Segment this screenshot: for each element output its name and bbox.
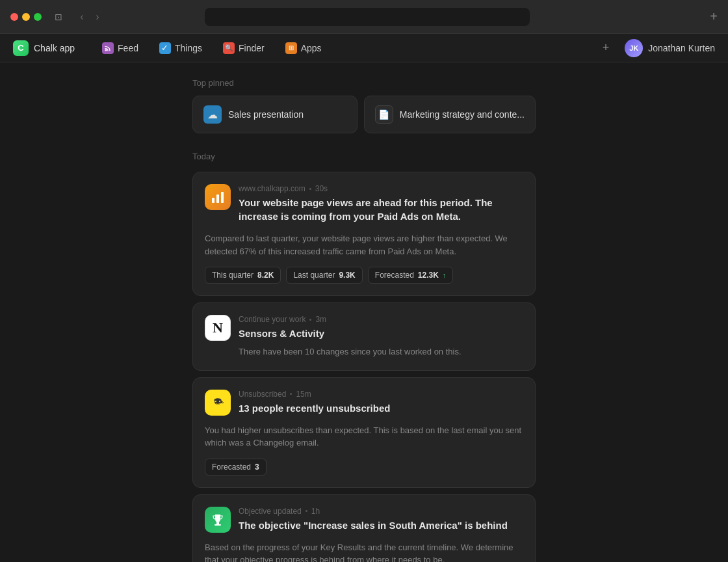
tabbar: C Chalk app Feed ✓ Things 🔍 Finder ⊞ App… (0, 34, 728, 62)
feed-cards: www.chalkapp.com 30s Your website page v… (192, 172, 536, 562)
tab-feed[interactable]: Feed (93, 38, 148, 58)
pinned-grid: ☁ Sales presentation 📄 Marketing strateg… (192, 96, 536, 133)
svg-point-5 (215, 400, 216, 401)
add-tab-button[interactable]: + (597, 38, 615, 57)
stat-value: 3 (255, 462, 259, 472)
sensors-title: Sensors & Activity (239, 327, 523, 340)
mailchimp-app-icon (205, 390, 231, 416)
unsubscribed-meta: Unsubscribed 15m 13 people recently unsu… (239, 390, 523, 419)
stat-this-quarter: This quarter 8.2K (205, 267, 281, 284)
pageviews-meta: www.chalkapp.com 30s Your website page v… (239, 184, 523, 227)
card-objective-header: Objective updated 1h The objective "Incr… (205, 507, 523, 536)
tab-finder-label: Finder (239, 43, 265, 53)
finder-icon: 🔍 (223, 42, 235, 54)
marketing-label: Marketing strategy and conte... (400, 109, 525, 120)
pinned-item-sales[interactable]: ☁ Sales presentation (192, 96, 358, 133)
card-unsubscribed[interactable]: Unsubscribed 15m 13 people recently unsu… (192, 377, 536, 488)
stat-value: 8.2K (257, 271, 274, 280)
sensors-body: There have been 10 changes since you las… (239, 345, 523, 358)
close-button[interactable] (10, 13, 18, 21)
notion-app-icon: N (205, 315, 231, 341)
sensors-meta: Continue your work 3m Sensors & Activity… (239, 315, 523, 358)
user-name-label: Jonathan Kurten (648, 43, 715, 53)
apps-icon: ⊞ (285, 42, 297, 54)
tab-finder[interactable]: 🔍 Finder (214, 38, 274, 58)
stat-label: Last quarter (293, 271, 335, 280)
app-name-label: Chalk app (34, 43, 75, 53)
sidebar-toggle-icon[interactable]: ⊡ (52, 10, 65, 23)
back-arrow[interactable]: ‹ (75, 11, 88, 23)
svg-rect-8 (216, 522, 219, 524)
tab-apps-label: Apps (301, 43, 322, 53)
main-content: Top pinned ☁ Sales presentation 📄 Market… (0, 62, 728, 562)
objective-body: Based on the progress of your Key Result… (205, 541, 523, 563)
user-profile[interactable]: JK Jonathan Kurten (625, 39, 715, 57)
nav-arrows: ‹ › (75, 11, 104, 23)
sales-label: Sales presentation (228, 109, 304, 120)
pageviews-title: Your website page views are ahead for th… (239, 196, 523, 223)
card-sensors-header: N Continue your work 3m Sensors & Activi… (205, 315, 523, 358)
user-avatar: JK (625, 39, 643, 57)
stat-forecasted-unsubscribed: Forecasted 3 (205, 459, 266, 475)
svg-point-7 (220, 401, 222, 403)
stat-label: Forecasted (375, 271, 414, 280)
objective-source: Objective updated 1h (239, 507, 523, 516)
svg-point-6 (219, 400, 220, 401)
today-section-label: Today (192, 152, 536, 161)
unsubscribed-body: You had higher unsubscribes than expecte… (205, 424, 523, 449)
pinned-section-label: Top pinned (192, 78, 536, 88)
unsubscribed-stats: Forecasted 3 (205, 459, 523, 475)
svg-rect-1 (212, 198, 214, 203)
card-sensors[interactable]: N Continue your work 3m Sensors & Activi… (192, 302, 536, 371)
feed-icon (102, 42, 114, 54)
pageviews-app-icon (205, 184, 231, 210)
maximize-button[interactable] (34, 13, 42, 21)
stat-last-quarter: Last quarter 9.3K (286, 267, 362, 284)
marketing-icon: 📄 (375, 105, 393, 124)
sensors-source: Continue your work 3m (239, 315, 523, 324)
tab-things[interactable]: ✓ Things (150, 38, 211, 58)
card-pageviews[interactable]: www.chalkapp.com 30s Your website page v… (192, 172, 536, 296)
stat-label: Forecasted (212, 462, 251, 472)
minimize-button[interactable] (22, 13, 30, 21)
svg-point-0 (105, 49, 107, 51)
stat-label: This quarter (212, 271, 254, 280)
titlebar: ⊡ ‹ › + (0, 0, 728, 34)
stat-forecasted: Forecasted 12.3K ↑ (368, 267, 454, 284)
card-objective[interactable]: Objective updated 1h The objective "Incr… (192, 494, 536, 563)
forward-arrow[interactable]: › (91, 11, 104, 23)
svg-rect-2 (216, 194, 219, 203)
objective-meta: Objective updated 1h The objective "Incr… (239, 507, 523, 536)
svg-rect-3 (221, 192, 224, 203)
card-unsubscribed-header: Unsubscribed 15m 13 people recently unsu… (205, 390, 523, 419)
tab-feed-label: Feed (118, 43, 138, 53)
objective-title: The objective "Increase sales in South A… (239, 518, 523, 532)
traffic-lights (10, 13, 42, 21)
sales-icon: ☁ (203, 105, 222, 124)
trophy-app-icon (205, 507, 231, 533)
pageviews-stats: This quarter 8.2K Last quarter 9.3K Fore… (205, 267, 523, 284)
url-bar[interactable] (205, 8, 530, 26)
unsubscribed-source: Unsubscribed 15m (239, 390, 523, 399)
tab-apps[interactable]: ⊞ Apps (276, 38, 331, 58)
stat-value: 12.3K (418, 271, 439, 280)
card-pageviews-header: www.chalkapp.com 30s Your website page v… (205, 184, 523, 227)
stat-value: 9.3K (339, 271, 355, 280)
pageviews-source: www.chalkapp.com 30s (239, 184, 523, 193)
stat-up-arrow: ↑ (443, 271, 447, 279)
app-logo-icon: C (13, 40, 29, 56)
pinned-item-marketing[interactable]: 📄 Marketing strategy and conte... (364, 96, 536, 133)
app-logo[interactable]: C Chalk app (13, 40, 75, 56)
tab-things-label: Things (175, 43, 202, 53)
new-tab-button[interactable]: + (710, 9, 718, 24)
pageviews-body: Compared to last quarter, your website p… (205, 232, 523, 258)
unsubscribed-title: 13 people recently unsubscribed (239, 401, 523, 415)
svg-rect-9 (214, 524, 221, 526)
things-icon: ✓ (159, 42, 171, 54)
